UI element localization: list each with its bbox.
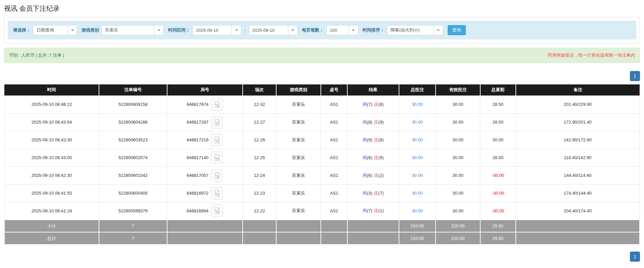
game-type-select[interactable]: 百家乐 (101, 25, 164, 35)
cell-valid-bet: 30.00 (436, 166, 480, 184)
player-result-label: 闲 (362, 173, 367, 178)
player-result-score: (7) (367, 208, 372, 213)
subtotal-row: 小计 7 210.00 210.00 25.50 (4, 220, 640, 232)
total-bet-link[interactable]: 30.00 (412, 208, 423, 213)
cell-valid-bet: 30.00 (436, 149, 480, 166)
cell-payout: -30.00 (480, 184, 516, 202)
cell-table-no: AS1 (321, 149, 348, 166)
cell-game-type: 百家乐 (276, 95, 321, 113)
currency-total-text: 币别 : 人民币 | 总共 :7 注单 | (9, 52, 64, 58)
page-title: 视讯 会员下注纪录 (4, 4, 640, 13)
cell-session: 12-27 (243, 113, 276, 131)
sort-order-select[interactable]: 降冪(由大到小) (387, 25, 443, 35)
cell-bet-id: 522800602574 (99, 149, 167, 166)
page-1-button[interactable]: 1 (630, 252, 640, 262)
filter-panel: 请选择： 日期查询 游戏类别 百家乐 时间区间： 2025-09-10 ~ 20… (4, 17, 640, 43)
video-replay-button[interactable] (211, 169, 223, 182)
total-bet-link[interactable]: 30.00 (412, 137, 423, 142)
range-separator: ~ (244, 28, 246, 33)
cell-bet-id: 522800601542 (99, 166, 167, 184)
banker-result-score: (9) (378, 120, 384, 125)
total-row: 总计 7 210.00 210.00 25.50 (4, 232, 640, 245)
cell-valid-bet: 30.00 (436, 184, 480, 202)
cell-total-bet: 30.00 (399, 95, 436, 113)
cell-game-type: 百家乐 (276, 131, 321, 149)
total-bet-link[interactable]: 30.00 (412, 155, 423, 160)
chevron-down-icon[interactable] (232, 25, 241, 35)
subtotal-label: 小计 (4, 220, 99, 232)
search-button[interactable]: 查询 (448, 25, 466, 35)
player-result-label: 闲 (362, 102, 367, 107)
player-result-score: (6) (367, 173, 372, 178)
video-replay-button[interactable] (211, 151, 223, 164)
total-bet-link[interactable]: 30.00 (412, 102, 423, 107)
subtotal-count: 7 (99, 220, 167, 232)
film-document-icon (213, 101, 220, 108)
date-from-input[interactable]: 2025-09-10 (192, 25, 241, 35)
round-id-text: 646817219 (187, 137, 208, 142)
chevron-down-icon[interactable] (288, 25, 297, 35)
video-replay-button[interactable] (211, 187, 223, 200)
cell-table-no: AS1 (321, 131, 348, 149)
col-bet-id: 注单编号 (99, 84, 167, 95)
cell-total-bet: 30.00 (399, 149, 436, 166)
cell-result: 闲(9)庄(8) (347, 131, 399, 149)
cell-round-id: 646817057 (167, 166, 243, 184)
chevron-down-icon[interactable] (154, 25, 163, 35)
player-result-score: (7) (367, 102, 372, 107)
cell-session: 12-22 (243, 202, 276, 220)
video-replay-button[interactable] (211, 134, 223, 146)
cell-table-no: AS1 (321, 95, 348, 113)
cell-valid-bet: 30.00 (436, 113, 480, 131)
player-result-label: 闲 (362, 137, 367, 142)
query-type-select[interactable]: 日期查询 (33, 25, 77, 35)
cell-bet-id: 522800604286 (99, 113, 167, 131)
chevron-down-icon[interactable] (67, 25, 77, 35)
total-label: 总计 (4, 232, 99, 245)
game-type-label: 游戏类别 (82, 27, 99, 33)
chevron-down-icon[interactable] (434, 25, 443, 35)
records-table: 时间 注单编号 局号 场次 游戏类别 桌号 结果 总投注 有效投注 总派彩 备注… (4, 84, 640, 245)
filter-bar: 请选择： 日期查询 游戏类别 百家乐 时间区间： 2025-09-10 ~ 20… (8, 21, 636, 40)
film-document-icon (213, 207, 220, 214)
player-result-label: 闲 (362, 208, 367, 213)
round-id-text: 646817287 (187, 120, 208, 125)
cell-total-bet: 30.00 (399, 202, 436, 220)
total-bet-link[interactable]: 30.00 (412, 173, 423, 178)
sort-order-value: 降冪(由大到小) (387, 25, 434, 35)
cell-payout: 30.00 (480, 131, 516, 149)
total-bet-link[interactable]: 30.00 (412, 120, 423, 125)
date-to-input[interactable]: 2025-09-10 (249, 25, 298, 35)
banker-result-score: (1) (378, 208, 384, 213)
round-id-text: 646817674 (187, 102, 208, 107)
cell-valid-bet: 30.00 (436, 131, 480, 149)
total-bet-link[interactable]: 30.00 (412, 191, 423, 196)
cell-result: 闲(7)庄(8) (347, 95, 399, 113)
table-row: 2025-09-10 06:41:24 522800599379 6468168… (4, 202, 640, 220)
cell-bet-id: 522800600405 (99, 184, 167, 202)
total-payout: 25.50 (480, 232, 516, 245)
col-session: 场次 (243, 84, 276, 95)
cell-remark: 204.40/174.40 (516, 202, 640, 220)
subtotal-valid-bet: 210.00 (436, 220, 480, 232)
film-document-icon (213, 119, 220, 126)
page-size-input[interactable]: 100 (326, 25, 358, 35)
subtotal-total-bet: 210.00 (399, 220, 436, 232)
col-total-bet: 总投注 (399, 84, 436, 95)
page-size-label: 每页笔数： (302, 27, 324, 33)
subtotal-payout: 25.50 (480, 220, 516, 232)
cell-session: 12-32 (243, 95, 276, 113)
video-replay-button[interactable] (211, 98, 223, 111)
banker-result-label: 庄 (374, 120, 378, 125)
page-1-button[interactable]: 1 (630, 71, 640, 81)
chevron-down-icon[interactable] (349, 25, 358, 35)
round-id-text: 646816894 (187, 208, 208, 213)
banker-result-score: (2) (378, 173, 384, 178)
table-row: 2025-09-10 06:43:54 522800604286 6468172… (4, 113, 640, 131)
col-time: 时间 (4, 84, 99, 95)
cell-table-no: AS1 (321, 184, 348, 202)
video-replay-button[interactable] (211, 204, 223, 217)
page-size-value: 100 (327, 25, 349, 35)
video-replay-button[interactable] (211, 116, 223, 129)
table-row: 2025-09-10 06:41:55 522800600405 6468169… (4, 184, 640, 202)
